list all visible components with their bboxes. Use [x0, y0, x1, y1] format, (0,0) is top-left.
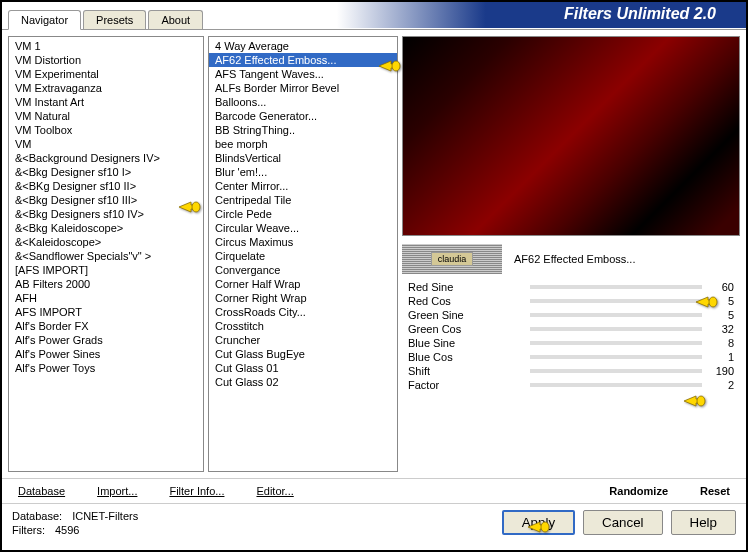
param-label: Blue Sine [402, 337, 522, 349]
param-value: 2 [710, 379, 740, 391]
tab-bar: NavigatorPresetsAbout [2, 10, 746, 30]
param-slider[interactable] [530, 369, 702, 373]
list-item[interactable]: VM Natural [9, 109, 203, 123]
tab-navigator[interactable]: Navigator [8, 10, 81, 30]
list-item[interactable]: Circle Pede [209, 207, 397, 221]
param-slider[interactable] [530, 341, 702, 345]
param-row: Red Sine60 [402, 280, 740, 294]
list-item[interactable]: VM Experimental [9, 67, 203, 81]
list-item[interactable]: Circus Maximus [209, 235, 397, 249]
pointer-hand-icon [377, 57, 401, 75]
svg-point-3 [697, 396, 705, 406]
tab-about[interactable]: About [148, 10, 203, 29]
param-label: Blue Cos [402, 351, 522, 363]
param-row: Shift190 [402, 364, 740, 378]
category-list[interactable]: VM 1VM DistortionVM ExperimentalVM Extra… [8, 36, 204, 472]
list-item[interactable]: &<Kaleidoscope> [9, 235, 203, 249]
list-item[interactable]: Alf's Power Toys [9, 361, 203, 375]
list-item[interactable]: VM Instant Art [9, 95, 203, 109]
list-item[interactable]: AB Filters 2000 [9, 277, 203, 291]
list-item[interactable]: VM Toolbox [9, 123, 203, 137]
param-row: Green Sine5 [402, 308, 740, 322]
list-item[interactable]: BlindsVertical [209, 151, 397, 165]
list-item[interactable]: Corner Right Wrap [209, 291, 397, 305]
filters-value: 4596 [55, 524, 79, 536]
list-item[interactable]: &<Sandflower Specials"v" > [9, 249, 203, 263]
database-menu[interactable]: Database [12, 483, 71, 499]
param-value: 1 [710, 351, 740, 363]
svg-point-4 [541, 522, 549, 532]
param-list: Red Sine60Red Cos5Green Sine5Green Cos32… [402, 280, 740, 472]
editor-menu[interactable]: Editor... [250, 483, 299, 499]
list-item[interactable]: &<Background Designers IV> [9, 151, 203, 165]
list-item[interactable]: VM Distortion [9, 53, 203, 67]
list-item[interactable]: Cut Glass 02 [209, 375, 397, 389]
list-item[interactable]: Alf's Power Grads [9, 333, 203, 347]
list-item[interactable]: [AFS IMPORT] [9, 263, 203, 277]
filter-info-menu[interactable]: Filter Info... [163, 483, 230, 499]
param-row: Blue Sine8 [402, 336, 740, 350]
list-item[interactable]: Corner Half Wrap [209, 277, 397, 291]
list-item[interactable]: Convergance [209, 263, 397, 277]
list-item[interactable]: &<Bkg Designer sf10 III> [9, 193, 203, 207]
list-item[interactable]: Blur 'em!... [209, 165, 397, 179]
svg-point-1 [192, 202, 200, 212]
list-item[interactable]: VM Extravaganza [9, 81, 203, 95]
pointer-hand-icon [177, 198, 201, 216]
list-item[interactable]: Crosstitch [209, 319, 397, 333]
param-slider[interactable] [530, 299, 702, 303]
list-item[interactable]: Cut Glass BugEye [209, 347, 397, 361]
list-item[interactable]: &<Bkg Kaleidoscope> [9, 221, 203, 235]
pointer-hand-icon [694, 293, 718, 311]
param-row: Blue Cos1 [402, 350, 740, 364]
list-item[interactable]: AFH [9, 291, 203, 305]
filter-name-row: claudia AF62 Effected Emboss... [402, 242, 740, 276]
list-item[interactable]: BB StringThing.. [209, 123, 397, 137]
list-item[interactable]: AFS IMPORT [9, 305, 203, 319]
cancel-button[interactable]: Cancel [583, 510, 663, 535]
current-filter-name: AF62 Effected Emboss... [510, 251, 740, 267]
help-button[interactable]: Help [671, 510, 736, 535]
import-menu[interactable]: Import... [91, 483, 143, 499]
list-item[interactable]: AF62 Effected Emboss... [209, 53, 397, 67]
tab-presets[interactable]: Presets [83, 10, 146, 29]
decor-box: claudia [402, 244, 502, 274]
list-item[interactable]: CrossRoads City... [209, 305, 397, 319]
list-item[interactable]: Circular Weave... [209, 221, 397, 235]
list-item[interactable]: Center Mirror... [209, 179, 397, 193]
randomize-menu[interactable]: Randomize [603, 483, 674, 499]
param-slider[interactable] [530, 285, 702, 289]
list-item[interactable]: AFS Tangent Waves... [209, 67, 397, 81]
param-slider[interactable] [530, 355, 702, 359]
main-area: VM 1VM DistortionVM ExperimentalVM Extra… [2, 30, 746, 478]
param-slider[interactable] [530, 313, 702, 317]
reset-menu[interactable]: Reset [694, 483, 736, 499]
param-label: Red Cos [402, 295, 522, 307]
param-value: 32 [710, 323, 740, 335]
param-label: Shift [402, 365, 522, 377]
list-item[interactable]: Alf's Power Sines [9, 347, 203, 361]
list-item[interactable]: ALFs Border Mirror Bevel [209, 81, 397, 95]
svg-point-2 [709, 297, 717, 307]
list-item[interactable]: 4 Way Average [209, 39, 397, 53]
list-item[interactable]: Cruncher [209, 333, 397, 347]
list-item[interactable]: Barcode Generator... [209, 109, 397, 123]
list-item[interactable]: Alf's Border FX [9, 319, 203, 333]
footer-bar: Database: ICNET-Filters Filters: 4596 Ap… [2, 503, 746, 542]
param-row: Red Cos5 [402, 294, 740, 308]
list-item[interactable]: Cirquelate [209, 249, 397, 263]
list-item[interactable]: &<Bkg Designer sf10 I> [9, 165, 203, 179]
param-slider[interactable] [530, 383, 702, 387]
database-label: Database: [12, 510, 62, 522]
param-slider[interactable] [530, 327, 702, 331]
list-item[interactable]: Balloons... [209, 95, 397, 109]
filter-list[interactable]: 4 Way AverageAF62 Effected Emboss...AFS … [208, 36, 398, 472]
list-item[interactable]: &<Bkg Designers sf10 IV> [9, 207, 203, 221]
list-item[interactable]: bee morph [209, 137, 397, 151]
list-item[interactable]: Centripedal Tile [209, 193, 397, 207]
list-item[interactable]: &<BKg Designer sf10 II> [9, 179, 203, 193]
list-item[interactable]: Cut Glass 01 [209, 361, 397, 375]
list-item[interactable]: VM 1 [9, 39, 203, 53]
param-label: Red Sine [402, 281, 522, 293]
list-item[interactable]: VM [9, 137, 203, 151]
